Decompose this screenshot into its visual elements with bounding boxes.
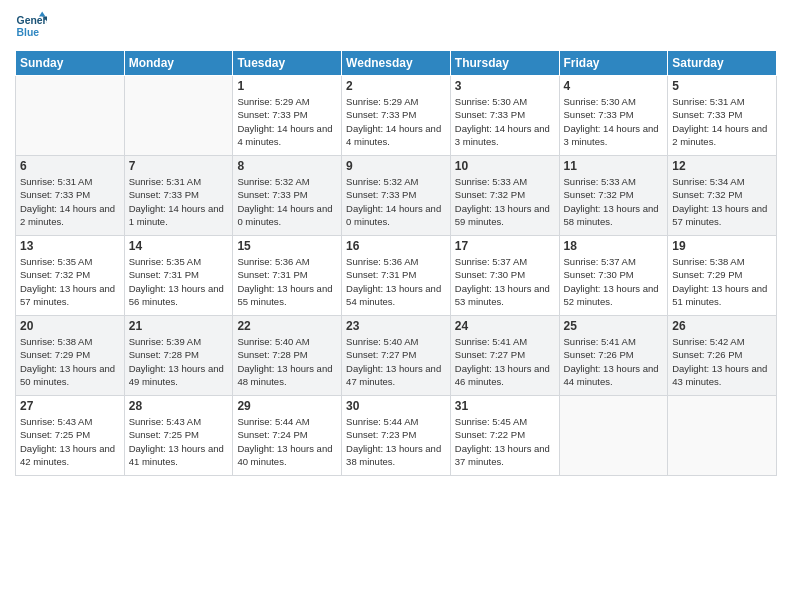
day-number: 1 (237, 79, 337, 93)
calendar-cell (124, 76, 233, 156)
calendar-cell: 9Sunrise: 5:32 AM Sunset: 7:33 PM Daylig… (342, 156, 451, 236)
day-info: Sunrise: 5:32 AM Sunset: 7:33 PM Dayligh… (346, 175, 446, 228)
day-info: Sunrise: 5:35 AM Sunset: 7:31 PM Dayligh… (129, 255, 229, 308)
day-number: 24 (455, 319, 555, 333)
day-number: 9 (346, 159, 446, 173)
weekday-header-saturday: Saturday (668, 51, 777, 76)
day-number: 30 (346, 399, 446, 413)
calendar-cell (559, 396, 668, 476)
day-info: Sunrise: 5:40 AM Sunset: 7:27 PM Dayligh… (346, 335, 446, 388)
weekday-header-tuesday: Tuesday (233, 51, 342, 76)
svg-text:Blue: Blue (17, 27, 40, 38)
day-number: 22 (237, 319, 337, 333)
day-info: Sunrise: 5:38 AM Sunset: 7:29 PM Dayligh… (20, 335, 120, 388)
day-number: 6 (20, 159, 120, 173)
day-number: 17 (455, 239, 555, 253)
day-info: Sunrise: 5:41 AM Sunset: 7:26 PM Dayligh… (564, 335, 664, 388)
day-info: Sunrise: 5:30 AM Sunset: 7:33 PM Dayligh… (564, 95, 664, 148)
calendar-cell: 26Sunrise: 5:42 AM Sunset: 7:26 PM Dayli… (668, 316, 777, 396)
weekday-header-monday: Monday (124, 51, 233, 76)
calendar-cell: 10Sunrise: 5:33 AM Sunset: 7:32 PM Dayli… (450, 156, 559, 236)
week-row-1: 1Sunrise: 5:29 AM Sunset: 7:33 PM Daylig… (16, 76, 777, 156)
svg-text:General: General (17, 15, 47, 26)
day-info: Sunrise: 5:44 AM Sunset: 7:23 PM Dayligh… (346, 415, 446, 468)
day-number: 31 (455, 399, 555, 413)
calendar-cell: 14Sunrise: 5:35 AM Sunset: 7:31 PM Dayli… (124, 236, 233, 316)
calendar-cell (16, 76, 125, 156)
day-info: Sunrise: 5:32 AM Sunset: 7:33 PM Dayligh… (237, 175, 337, 228)
weekday-header-sunday: Sunday (16, 51, 125, 76)
day-number: 14 (129, 239, 229, 253)
calendar-cell: 6Sunrise: 5:31 AM Sunset: 7:33 PM Daylig… (16, 156, 125, 236)
day-info: Sunrise: 5:36 AM Sunset: 7:31 PM Dayligh… (346, 255, 446, 308)
calendar-cell: 31Sunrise: 5:45 AM Sunset: 7:22 PM Dayli… (450, 396, 559, 476)
day-info: Sunrise: 5:30 AM Sunset: 7:33 PM Dayligh… (455, 95, 555, 148)
day-number: 2 (346, 79, 446, 93)
week-row-2: 6Sunrise: 5:31 AM Sunset: 7:33 PM Daylig… (16, 156, 777, 236)
day-number: 20 (20, 319, 120, 333)
calendar-cell: 13Sunrise: 5:35 AM Sunset: 7:32 PM Dayli… (16, 236, 125, 316)
day-number: 29 (237, 399, 337, 413)
logo: General Blue (15, 10, 47, 42)
day-info: Sunrise: 5:29 AM Sunset: 7:33 PM Dayligh… (346, 95, 446, 148)
calendar-cell: 15Sunrise: 5:36 AM Sunset: 7:31 PM Dayli… (233, 236, 342, 316)
day-info: Sunrise: 5:40 AM Sunset: 7:28 PM Dayligh… (237, 335, 337, 388)
calendar-cell: 25Sunrise: 5:41 AM Sunset: 7:26 PM Dayli… (559, 316, 668, 396)
logo-icon: General Blue (15, 10, 47, 42)
day-info: Sunrise: 5:42 AM Sunset: 7:26 PM Dayligh… (672, 335, 772, 388)
calendar-cell: 1Sunrise: 5:29 AM Sunset: 7:33 PM Daylig… (233, 76, 342, 156)
day-info: Sunrise: 5:31 AM Sunset: 7:33 PM Dayligh… (129, 175, 229, 228)
calendar-cell: 16Sunrise: 5:36 AM Sunset: 7:31 PM Dayli… (342, 236, 451, 316)
calendar-cell: 22Sunrise: 5:40 AM Sunset: 7:28 PM Dayli… (233, 316, 342, 396)
day-info: Sunrise: 5:35 AM Sunset: 7:32 PM Dayligh… (20, 255, 120, 308)
weekday-header-row: SundayMondayTuesdayWednesdayThursdayFrid… (16, 51, 777, 76)
page-container: General Blue SundayMondayTuesdayWednesda… (0, 0, 792, 612)
day-number: 11 (564, 159, 664, 173)
day-number: 4 (564, 79, 664, 93)
calendar-cell: 5Sunrise: 5:31 AM Sunset: 7:33 PM Daylig… (668, 76, 777, 156)
svg-marker-2 (39, 12, 45, 17)
day-info: Sunrise: 5:39 AM Sunset: 7:28 PM Dayligh… (129, 335, 229, 388)
calendar-table: SundayMondayTuesdayWednesdayThursdayFrid… (15, 50, 777, 476)
calendar-cell: 28Sunrise: 5:43 AM Sunset: 7:25 PM Dayli… (124, 396, 233, 476)
day-info: Sunrise: 5:43 AM Sunset: 7:25 PM Dayligh… (129, 415, 229, 468)
day-number: 13 (20, 239, 120, 253)
day-info: Sunrise: 5:41 AM Sunset: 7:27 PM Dayligh… (455, 335, 555, 388)
calendar-cell: 20Sunrise: 5:38 AM Sunset: 7:29 PM Dayli… (16, 316, 125, 396)
weekday-header-friday: Friday (559, 51, 668, 76)
day-info: Sunrise: 5:33 AM Sunset: 7:32 PM Dayligh… (455, 175, 555, 228)
week-row-4: 20Sunrise: 5:38 AM Sunset: 7:29 PM Dayli… (16, 316, 777, 396)
day-number: 15 (237, 239, 337, 253)
calendar-cell: 4Sunrise: 5:30 AM Sunset: 7:33 PM Daylig… (559, 76, 668, 156)
weekday-header-wednesday: Wednesday (342, 51, 451, 76)
day-number: 18 (564, 239, 664, 253)
day-number: 23 (346, 319, 446, 333)
day-number: 19 (672, 239, 772, 253)
day-info: Sunrise: 5:31 AM Sunset: 7:33 PM Dayligh… (20, 175, 120, 228)
day-number: 21 (129, 319, 229, 333)
day-number: 3 (455, 79, 555, 93)
calendar-cell: 30Sunrise: 5:44 AM Sunset: 7:23 PM Dayli… (342, 396, 451, 476)
calendar-cell: 21Sunrise: 5:39 AM Sunset: 7:28 PM Dayli… (124, 316, 233, 396)
day-info: Sunrise: 5:43 AM Sunset: 7:25 PM Dayligh… (20, 415, 120, 468)
day-info: Sunrise: 5:38 AM Sunset: 7:29 PM Dayligh… (672, 255, 772, 308)
calendar-cell: 29Sunrise: 5:44 AM Sunset: 7:24 PM Dayli… (233, 396, 342, 476)
calendar-cell: 8Sunrise: 5:32 AM Sunset: 7:33 PM Daylig… (233, 156, 342, 236)
week-row-3: 13Sunrise: 5:35 AM Sunset: 7:32 PM Dayli… (16, 236, 777, 316)
calendar-cell (668, 396, 777, 476)
day-info: Sunrise: 5:31 AM Sunset: 7:33 PM Dayligh… (672, 95, 772, 148)
calendar-cell: 24Sunrise: 5:41 AM Sunset: 7:27 PM Dayli… (450, 316, 559, 396)
weekday-header-thursday: Thursday (450, 51, 559, 76)
day-info: Sunrise: 5:33 AM Sunset: 7:32 PM Dayligh… (564, 175, 664, 228)
day-info: Sunrise: 5:45 AM Sunset: 7:22 PM Dayligh… (455, 415, 555, 468)
calendar-cell: 7Sunrise: 5:31 AM Sunset: 7:33 PM Daylig… (124, 156, 233, 236)
day-number: 8 (237, 159, 337, 173)
day-number: 10 (455, 159, 555, 173)
calendar-cell: 12Sunrise: 5:34 AM Sunset: 7:32 PM Dayli… (668, 156, 777, 236)
calendar-cell: 27Sunrise: 5:43 AM Sunset: 7:25 PM Dayli… (16, 396, 125, 476)
header: General Blue (15, 10, 777, 42)
calendar-cell: 19Sunrise: 5:38 AM Sunset: 7:29 PM Dayli… (668, 236, 777, 316)
calendar-cell: 23Sunrise: 5:40 AM Sunset: 7:27 PM Dayli… (342, 316, 451, 396)
day-info: Sunrise: 5:37 AM Sunset: 7:30 PM Dayligh… (564, 255, 664, 308)
day-number: 25 (564, 319, 664, 333)
